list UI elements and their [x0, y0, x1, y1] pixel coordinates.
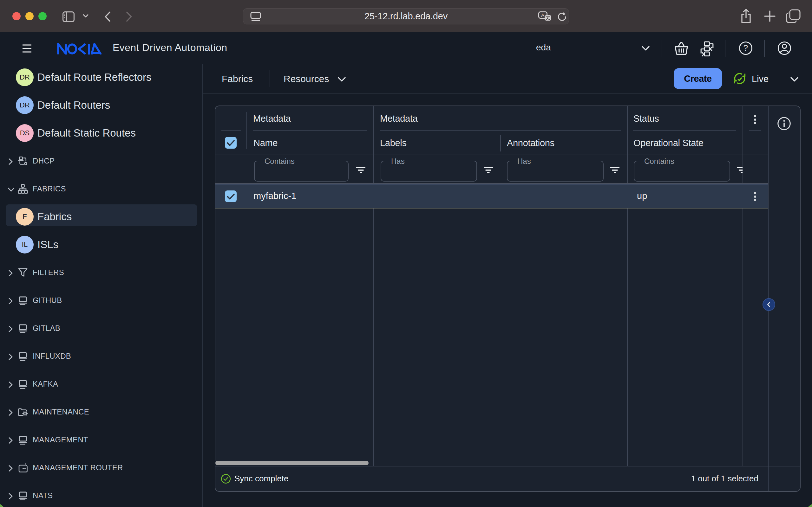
svg-text:?: ? [744, 43, 748, 53]
svg-text:A: A [541, 12, 544, 18]
